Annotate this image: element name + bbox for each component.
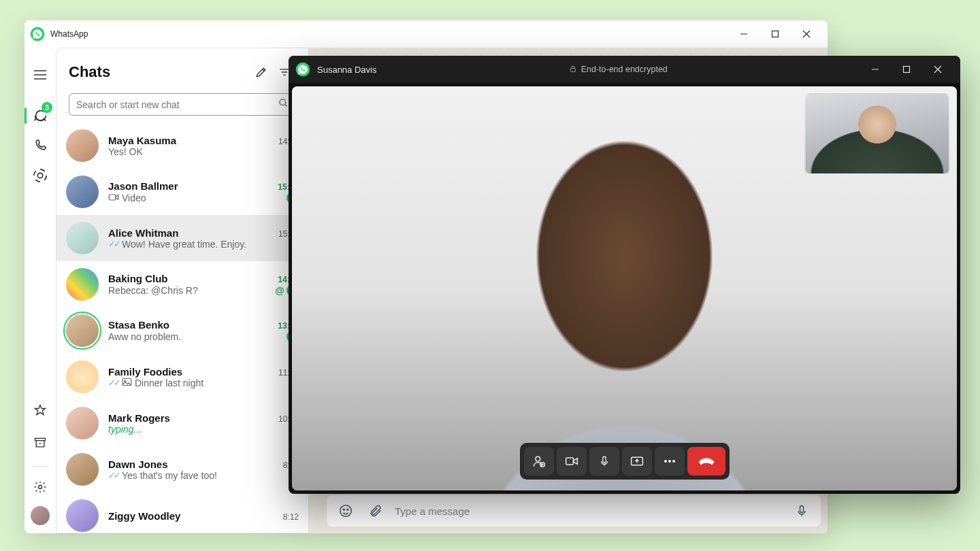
chat-preview: Aww no problem. [108,331,284,342]
avatar [66,222,99,254]
chat-preview: Yes that's my fave too! [122,470,299,481]
lock-icon [569,65,577,75]
chat-item[interactable]: Stasa Benko13:56 Aww no problem. 2 [56,307,308,354]
photo-icon [122,378,132,388]
chat-name: Family Foodies [108,366,278,378]
chat-name: Maya Kasuma [108,135,278,146]
svg-rect-34 [602,456,606,463]
video-icon [108,193,119,203]
search-icon [278,98,289,111]
app-title: WhatsApp [50,29,88,39]
svg-rect-24 [570,68,575,71]
avatar [66,129,99,162]
svg-rect-22 [800,506,804,513]
chat-preview: Dinner last night [135,378,299,388]
chat-item[interactable]: Family Foodies11:23 ✓✓ Dinner last night [56,354,308,400]
chat-list: Maya Kasuma14:57 Yes! OK Jason Ballmer15… [56,122,308,533]
nav-archive-button[interactable] [27,429,54,456]
avatar [66,361,99,393]
chat-time: 8:12 [283,512,299,522]
chat-preview: Video [122,193,284,203]
avatar [66,453,99,486]
nav-chats-button[interactable]: 3 [27,102,54,129]
chat-preview: Yes! OK [108,146,287,157]
mention-icon: @ [275,285,284,296]
read-ticks-icon: ✓✓ [108,239,119,249]
chat-item[interactable]: Maya Kasuma14:57 Yes! OK [56,122,308,169]
nav-starred-button[interactable] [27,397,54,424]
my-profile-avatar[interactable] [31,506,50,525]
voice-message-button[interactable] [791,500,813,522]
chat-name: Dawn Jones [108,458,283,470]
emoji-button[interactable] [335,500,357,522]
search-box[interactable] [69,93,296,116]
svg-point-21 [347,509,348,510]
chats-panel: Chats [56,48,309,533]
svg-point-37 [668,460,670,462]
window-close-button[interactable] [791,23,822,45]
new-chat-button[interactable] [250,61,273,84]
avatar [66,268,99,301]
window-maximize-button[interactable] [760,23,791,45]
chat-item[interactable]: Dawn Jones8:33 ✓✓ Yes that's my fave too… [56,446,308,492]
chat-item[interactable]: Ziggy Woodley8:12 [56,492,308,533]
whatsapp-icon [295,62,310,77]
read-ticks-icon: ✓✓ [108,378,119,388]
toggle-mic-button[interactable] [589,447,619,475]
avatar [66,407,99,439]
attach-button[interactable] [365,500,387,522]
avatar [66,314,99,347]
svg-rect-26 [904,67,910,73]
chat-preview: Wow! Have great time. Enjoy. [122,239,299,250]
chat-name: Alice Whitman [108,227,278,239]
more-options-button[interactable] [655,447,685,475]
self-video-preview[interactable] [804,93,950,175]
svg-point-36 [664,460,666,462]
composer-bar [327,495,821,527]
svg-line-15 [284,104,287,106]
chat-item[interactable]: Alice Whitman15:18 ✓✓ Wow! Have great ti… [56,215,308,261]
toggle-video-button[interactable] [557,447,587,475]
whatsapp-icon [30,27,45,41]
svg-rect-33 [566,458,573,465]
call-toolbar [520,443,730,480]
svg-point-8 [37,173,42,178]
svg-point-20 [343,509,344,510]
svg-point-14 [280,99,286,105]
avatar [66,499,99,532]
nav-chats-badge: 3 [42,102,52,113]
call-window-minimize-button[interactable] [860,59,891,80]
svg-point-19 [340,505,352,517]
svg-point-38 [672,460,674,462]
window-minimize-button[interactable] [728,23,760,45]
chat-name: Stasa Benko [108,319,278,331]
chat-item[interactable]: Baking Club14:44 Rebecca: @Chris R? @ 1 [56,261,308,307]
read-ticks-icon: ✓✓ [108,470,119,480]
call-peer-name: Susanna Davis [317,65,376,75]
share-screen-button[interactable] [622,447,652,475]
nav-settings-button[interactable] [27,473,54,501]
avatar [66,176,99,208]
typing-indicator: typing... [108,424,299,435]
call-window-close-button[interactable] [922,59,953,80]
search-input[interactable] [76,99,278,110]
chat-name: Ziggy Woodley [108,510,283,522]
window-titlebar: WhatsApp [24,20,828,48]
hamburger-menu-button[interactable] [27,61,54,88]
call-window-maximize-button[interactable] [891,59,922,80]
svg-point-29 [536,456,540,461]
call-window: Susanna Davis End-to-end endcrypted [289,56,960,494]
add-participant-button[interactable] [524,447,554,475]
chats-title: Chats [69,63,250,81]
chat-name: Mark Rogers [108,412,278,424]
chat-item[interactable]: Mark Rogers10:55 typing... [56,400,308,446]
chat-name: Jason Ballmer [108,180,278,192]
chat-item[interactable]: Jason Ballmer15:22 Video 3 [56,169,308,215]
message-input[interactable] [395,505,783,517]
nav-calls-button[interactable] [27,132,54,159]
chat-preview: Rebecca: @Chris R? [108,285,272,296]
hangup-button[interactable] [687,447,725,475]
svg-rect-2 [772,31,779,37]
nav-status-button[interactable] [27,162,54,189]
svg-rect-9 [35,438,46,440]
